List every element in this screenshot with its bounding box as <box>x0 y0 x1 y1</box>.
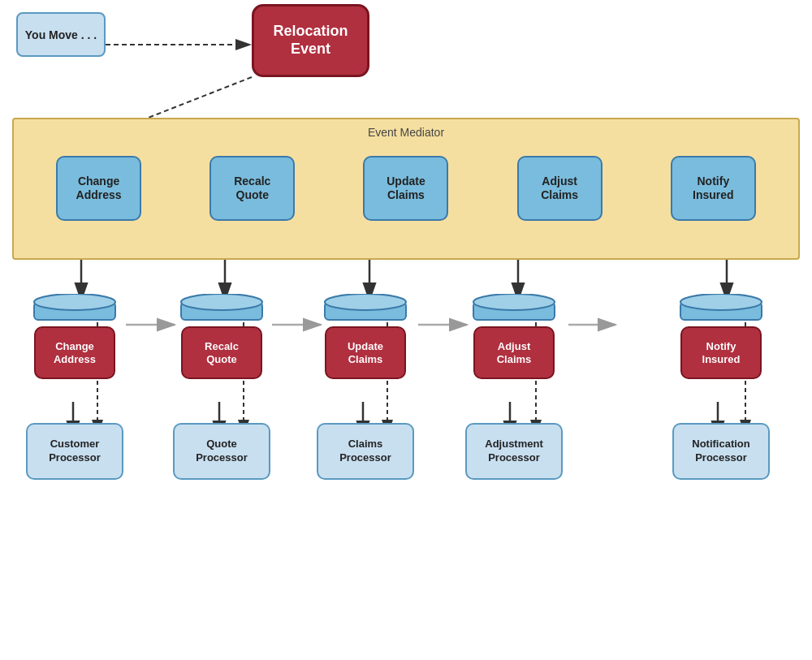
event-recalc-quote: RecalcQuote <box>181 326 262 379</box>
mediator-step-adjust-claims: AdjustClaims <box>517 156 603 221</box>
event-notify-insured: NotifyInsured <box>680 326 762 379</box>
column-recalc-quote: RecalcQuote QuoteProcessor <box>173 294 270 480</box>
svg-point-37 <box>181 294 262 310</box>
queue-shape-4 <box>469 294 559 326</box>
mediator-label: Event Mediator <box>368 126 444 139</box>
svg-point-41 <box>473 294 555 310</box>
queue-shape-3 <box>321 294 410 326</box>
event-adjust-claims: AdjustClaims <box>473 326 555 379</box>
svg-point-39 <box>325 294 406 310</box>
processor-notification: NotificationProcessor <box>672 423 770 480</box>
mediator-steps: ChangeAddress RecalcQuote UpdateClaims A… <box>22 156 790 221</box>
processor-customer: CustomerProcessor <box>26 423 123 480</box>
queue-shape-2 <box>177 294 266 326</box>
column-change-address: ChangeAddress CustomerProcessor <box>26 294 123 480</box>
mediator-step-change-address: ChangeAddress <box>56 156 141 221</box>
you-move-box: You Move . . . <box>16 12 106 57</box>
diagram-container: You Move . . . Relocation Event Event Me… <box>0 0 812 660</box>
relocation-event-box: Relocation Event <box>252 4 369 77</box>
you-move-label: You Move . . . <box>25 28 97 41</box>
queue-shape-5 <box>676 294 766 326</box>
event-update-claims: UpdateClaims <box>325 326 406 379</box>
processor-quote: QuoteProcessor <box>173 423 270 480</box>
column-notify-insured: NotifyInsured NotificationProcessor <box>672 294 770 480</box>
relocation-event-label: Relocation Event <box>254 23 367 58</box>
queue-shape-1 <box>30 294 119 326</box>
processor-adjustment: AdjustmentProcessor <box>465 423 563 480</box>
svg-point-43 <box>680 294 762 310</box>
mediator-step-notify-insured: NotifyInsured <box>671 156 756 221</box>
mediator-step-recalc-quote: RecalcQuote <box>209 156 295 221</box>
mediator-step-update-claims: UpdateClaims <box>363 156 448 221</box>
column-update-claims: UpdateClaims ClaimsProcessor <box>317 294 414 480</box>
svg-point-35 <box>34 294 115 310</box>
event-change-address: ChangeAddress <box>34 326 115 379</box>
mediator-container: Event Mediator ChangeAddress RecalcQuote… <box>12 118 800 260</box>
processor-claims: ClaimsProcessor <box>317 423 414 480</box>
column-adjust-claims: AdjustClaims AdjustmentProcessor <box>465 294 563 480</box>
